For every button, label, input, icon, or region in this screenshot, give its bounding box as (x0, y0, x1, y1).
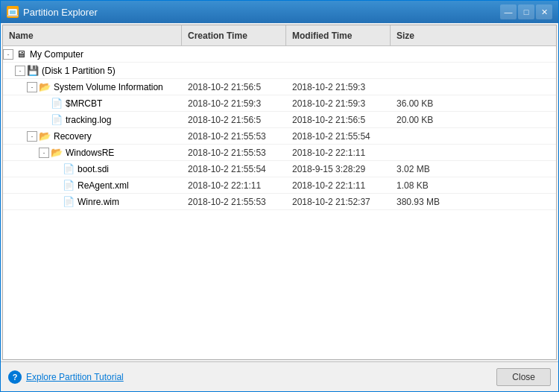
expand-icon[interactable]: - (15, 66, 25, 76)
creation-time: 2018-10-2 21:56:5 (182, 82, 286, 92)
partition-explorer-window: Partition Explorer — □ ✕ Name Creation T… (0, 0, 559, 392)
item-name: tracking.log (66, 115, 111, 125)
column-header-name[interactable]: Name (3, 25, 182, 45)
file-icon: 📄 (51, 98, 63, 110)
table-row[interactable]: -🖥My Computer (3, 46, 556, 63)
file-size: 3.02 MB (391, 164, 556, 174)
modified-time: 2018-10-2 21:59:3 (286, 82, 391, 92)
creation-time: 2018-10-2 21:55:53 (182, 131, 286, 142)
folder-open-icon: 📂 (51, 147, 63, 159)
creation-time: 2018-10-2 21:55:54 (182, 164, 286, 174)
maximize-button[interactable]: □ (518, 4, 534, 19)
file-tree[interactable]: -🖥My Computer-💾(Disk 1 Partition 5)-📂Sys… (3, 46, 556, 359)
file-size: 36.00 KB (391, 98, 556, 109)
expand-icon[interactable]: - (39, 148, 49, 158)
item-name: WindowsRE (66, 148, 114, 158)
expand-icon[interactable]: - (3, 49, 13, 60)
modified-time: 2018-10-2 21:56:5 (286, 115, 391, 125)
table-row[interactable]: -📂System Volume Information2018-10-2 21:… (3, 79, 556, 95)
file-icon: 📄 (63, 180, 75, 192)
modified-time: 2018-10-2 22:1:11 (286, 180, 391, 191)
modified-time: 2018-10-2 21:59:3 (286, 98, 391, 109)
file-icon: 📄 (63, 163, 75, 175)
item-name: $MRCBT (66, 98, 102, 109)
table-row[interactable]: -📂WindowsRE2018-10-2 21:55:532018-10-2 2… (3, 145, 556, 161)
table-row[interactable]: 📄$MRCBT2018-10-2 21:59:32018-10-2 21:59:… (3, 95, 556, 112)
modified-time: 2018-10-2 22:1:11 (286, 148, 391, 158)
item-name: My Computer (30, 49, 83, 60)
expand-icon[interactable]: - (27, 131, 37, 142)
table-row[interactable]: -💾(Disk 1 Partition 5) (3, 63, 556, 79)
creation-time: 2018-10-2 21:56:5 (182, 115, 286, 125)
svg-rect-2 (7, 15, 18, 16)
folder-open-icon: 📂 (39, 81, 51, 93)
window-title: Partition Explorer (23, 7, 500, 18)
creation-time: 2018-10-2 21:59:3 (182, 98, 286, 109)
minimize-button[interactable]: — (500, 4, 517, 19)
table-row[interactable]: 📄ReAgent.xml2018-10-2 22:1:112018-10-2 2… (3, 177, 556, 194)
item-name: (Disk 1 Partition 5) (42, 66, 116, 76)
main-content: Name Creation Time Modified Time Size -🖥… (2, 25, 557, 360)
disk-icon: 💾 (27, 65, 39, 77)
table-row[interactable]: -📂Recovery2018-10-2 21:55:532018-10-2 21… (3, 128, 556, 145)
file-size: 380.93 MB (391, 197, 556, 207)
file-size: 20.00 KB (391, 115, 556, 125)
creation-time: 2018-10-2 21:55:53 (182, 197, 286, 207)
footer: ? Explore Partition Tutorial Close (1, 361, 558, 391)
app-icon (7, 6, 19, 18)
creation-time: 2018-10-2 21:55:53 (182, 148, 286, 158)
help-icon: ? (8, 370, 22, 384)
item-name: Recovery (54, 131, 92, 142)
svg-rect-1 (10, 10, 16, 14)
creation-time: 2018-10-2 22:1:11 (182, 180, 286, 191)
window-close-button[interactable]: ✕ (536, 4, 552, 19)
item-name: System Volume Information (54, 82, 163, 92)
folder-open-icon: 📂 (39, 130, 51, 142)
column-header-modified[interactable]: Modified Time (286, 25, 391, 45)
column-header-creation[interactable]: Creation Time (182, 25, 286, 45)
explore-tutorial-link[interactable]: ? Explore Partition Tutorial (8, 370, 124, 384)
item-name: boot.sdi (78, 164, 109, 174)
title-bar: Partition Explorer — □ ✕ (1, 1, 558, 23)
window-controls: — □ ✕ (500, 4, 552, 19)
modified-time: 2018-10-2 21:52:37 (286, 197, 391, 207)
close-button[interactable]: Close (496, 368, 551, 386)
modified-time: 2018-10-2 21:55:54 (286, 131, 391, 142)
column-header-size[interactable]: Size (391, 25, 556, 45)
file-size: 1.08 KB (391, 180, 556, 191)
table-row[interactable]: 📄Winre.wim2018-10-2 21:55:532018-10-2 21… (3, 194, 556, 210)
computer-icon: 🖥 (15, 48, 27, 60)
table-row[interactable]: 📄boot.sdi2018-10-2 21:55:542018-9-15 3:2… (3, 161, 556, 177)
file-icon: 📄 (51, 114, 63, 126)
item-name: Winre.wim (78, 197, 119, 207)
item-name: ReAgent.xml (78, 180, 129, 191)
table-row[interactable]: 📄tracking.log2018-10-2 21:56:52018-10-2 … (3, 112, 556, 128)
expand-icon[interactable]: - (27, 82, 37, 92)
file-icon: 📄 (63, 196, 75, 208)
table-header: Name Creation Time Modified Time Size (3, 25, 556, 46)
modified-time: 2018-9-15 3:28:29 (286, 164, 391, 174)
